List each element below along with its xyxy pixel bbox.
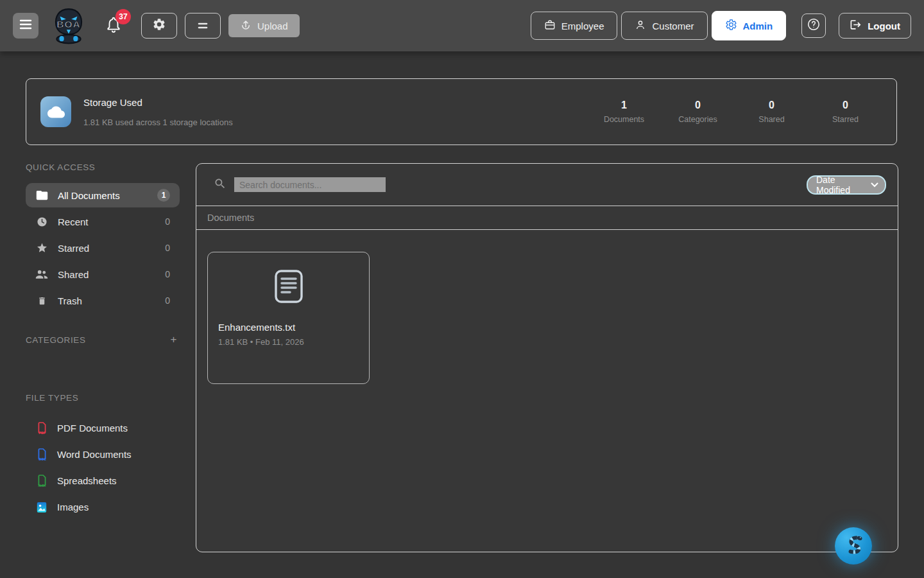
spreadsheet-file-icon: XLSX: [35, 474, 48, 487]
role-label: Customer: [652, 21, 694, 31]
sidebar-item-label: Recent: [58, 216, 89, 227]
pdf-file-icon: PDF: [35, 421, 48, 435]
storage-title: Storage Used: [83, 97, 233, 108]
svg-text:DOC: DOC: [38, 457, 46, 461]
navbar-right-group: Employee Customer Admin Logout: [527, 11, 911, 40]
sidebar-item-count: 1: [157, 189, 170, 202]
sidebar-item-label: Shared: [58, 269, 89, 280]
stat-label: Shared: [735, 115, 809, 124]
stat-documents: 1 Documents: [587, 100, 661, 124]
upload-icon: [240, 19, 252, 33]
sidebar-item-label: Trash: [58, 295, 82, 306]
sidebar-item-count: 0: [165, 269, 170, 279]
file-type-spreadsheets[interactable]: XLSX Spreadsheets: [26, 468, 180, 494]
sort-select[interactable]: Date Modified: [807, 175, 886, 195]
role-button-employee[interactable]: Employee: [531, 12, 618, 40]
documents-section-title: Documents: [207, 213, 254, 223]
view-options-button[interactable]: [185, 13, 221, 39]
stat-starred: 0 Starred: [809, 100, 882, 124]
sidebar-item-starred[interactable]: Starred 0: [26, 236, 180, 260]
trash-icon: [35, 295, 48, 306]
storage-text-block: Storage Used 1.81 KB used across 1 stora…: [83, 97, 233, 127]
sidebar: QUICK ACCESS All Documents 1 Recent 0 St…: [26, 162, 180, 520]
word-file-icon: DOC: [35, 448, 48, 461]
question-mark-icon: [807, 17, 821, 34]
sidebar-item-label: All Documents: [58, 190, 120, 201]
stat-label: Documents: [587, 115, 661, 124]
role-label: Admin: [743, 21, 773, 31]
star-icon: [35, 242, 48, 254]
people-icon: [35, 270, 48, 279]
stat-shared: 0 Shared: [735, 100, 809, 124]
logout-label: Logout: [868, 21, 900, 31]
hamburger-menu-button[interactable]: [13, 13, 38, 39]
quick-access-header: QUICK ACCESS: [26, 162, 180, 172]
file-type-pdf-documents[interactable]: PDF PDF Documents: [26, 415, 180, 441]
file-types-header: FILE TYPES: [26, 393, 180, 403]
file-type-label: Images: [57, 502, 89, 512]
logout-button[interactable]: Logout: [839, 13, 911, 39]
document-meta: 1.81 KB • Feb 11, 2026: [218, 337, 359, 347]
categories-header: CATEGORIES +: [26, 333, 180, 346]
file-type-label: Spreadsheets: [57, 475, 117, 486]
admin-gear-icon: [725, 19, 737, 33]
hamburger-icon: [19, 19, 32, 32]
notifications-button[interactable]: 37: [105, 15, 122, 36]
stat-value: 0: [809, 100, 882, 111]
role-button-customer[interactable]: Customer: [621, 12, 707, 40]
equals-lines-icon: [198, 20, 208, 31]
sidebar-item-trash[interactable]: Trash 0: [26, 288, 180, 313]
sidebar-item-shared[interactable]: Shared 0: [26, 262, 180, 286]
assistant-snake-button[interactable]: [835, 527, 872, 565]
role-label: Employee: [561, 21, 604, 31]
notification-count-badge: 37: [116, 9, 131, 24]
person-icon: [635, 19, 646, 33]
help-button[interactable]: [801, 13, 826, 38]
file-type-images[interactable]: Images: [26, 494, 180, 520]
search-toolbar: Date Modified: [196, 164, 898, 206]
document-card[interactable]: Enhancements.txt 1.81 KB • Feb 11, 2026: [207, 252, 370, 384]
stat-value: 1: [587, 100, 661, 111]
sidebar-item-recent[interactable]: Recent 0: [26, 209, 180, 234]
file-type-word-documents[interactable]: DOC Word Documents: [26, 441, 180, 468]
sidebar-item-all-documents[interactable]: All Documents 1: [26, 183, 180, 207]
top-navbar: BOA 37 Upload: [0, 0, 924, 51]
snake-icon: [842, 533, 865, 559]
settings-button[interactable]: [141, 13, 177, 39]
documents-section-header: Documents: [196, 206, 898, 230]
documents-panel: Date Modified Documents En: [196, 163, 898, 552]
search-input[interactable]: [234, 177, 386, 192]
role-button-admin[interactable]: Admin: [712, 11, 787, 40]
stat-label: Starred: [809, 115, 882, 124]
stat-label: Categories: [661, 115, 735, 124]
briefcase-icon: [544, 19, 556, 33]
sidebar-item-count: 0: [165, 216, 170, 227]
file-type-label: PDF Documents: [57, 423, 128, 434]
document-name: Enhancements.txt: [218, 322, 359, 333]
bell-icon: [105, 24, 122, 35]
storage-stats: 1 Documents 0 Categories 0 Shared 0 Star…: [587, 100, 882, 124]
file-types-list: PDF PDF Documents DOC Word Documents XLS…: [26, 415, 180, 520]
search-icon: [214, 177, 227, 193]
logout-icon: [850, 19, 862, 33]
svg-text:XLSX: XLSX: [38, 484, 46, 487]
file-type-label: Word Documents: [57, 449, 132, 460]
image-file-icon: [35, 502, 48, 513]
sidebar-item-count: 0: [165, 243, 170, 253]
folder-icon: [35, 190, 48, 200]
add-category-button[interactable]: +: [167, 333, 180, 346]
svg-text:BOA: BOA: [56, 19, 81, 30]
stat-value: 0: [661, 100, 735, 111]
sort-select-value: Date Modified: [816, 175, 866, 195]
boa-cobra-logo: BOA: [50, 7, 87, 44]
stat-categories: 0 Categories: [661, 100, 735, 124]
sidebar-item-label: Starred: [58, 243, 89, 254]
svg-text:PDF: PDF: [38, 431, 46, 435]
gear-icon: [152, 17, 166, 34]
storage-subtitle: 1.81 KB used across 1 storage locations: [83, 118, 233, 127]
documents-grid: Enhancements.txt 1.81 KB • Feb 11, 2026: [196, 230, 898, 406]
upload-button[interactable]: Upload: [228, 14, 300, 37]
stat-value: 0: [735, 100, 809, 111]
chevron-down-icon: [871, 182, 878, 188]
upload-label: Upload: [257, 21, 288, 31]
